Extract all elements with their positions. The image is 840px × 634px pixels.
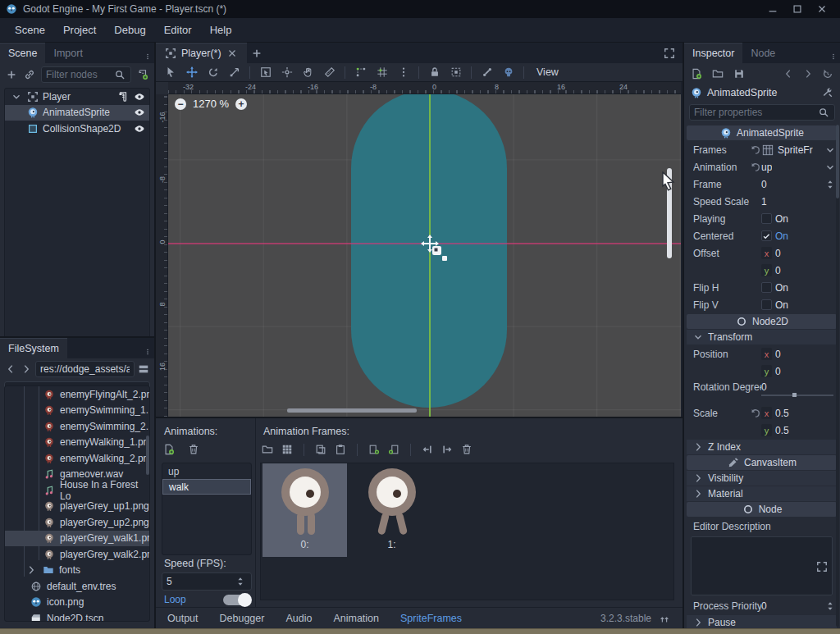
property-frame[interactable]: Frame0 xyxy=(687,176,837,193)
chev-right-icon[interactable] xyxy=(25,563,38,577)
split-view-icon[interactable] xyxy=(137,363,150,376)
zoom-out-button[interactable]: − xyxy=(175,98,186,110)
eye-icon[interactable] xyxy=(133,106,146,119)
zoom-level[interactable]: 1270 % xyxy=(193,98,229,110)
group-material[interactable]: Material xyxy=(687,486,837,501)
checkbox[interactable] xyxy=(761,213,772,224)
property-centered[interactable]: CenteredOn xyxy=(687,227,837,244)
attach-script-icon[interactable] xyxy=(136,68,149,81)
file-icon-png[interactable]: icon.png xyxy=(5,595,149,611)
inspector-menu-icon[interactable] xyxy=(827,50,840,63)
property-speed-scale[interactable]: Speed Scale1 xyxy=(687,193,837,210)
menu-scene[interactable]: Scene xyxy=(7,18,53,42)
nav-back-icon[interactable] xyxy=(4,363,17,376)
property-offset[interactable]: Offsetx0 xyxy=(687,244,837,262)
tab-node[interactable]: Node xyxy=(742,43,783,63)
new-scene-tab-icon[interactable] xyxy=(250,47,263,60)
win-min-icon[interactable] xyxy=(766,2,779,16)
stepper-icon[interactable] xyxy=(824,178,837,191)
category-animatedsprite[interactable]: AnimatedSprite xyxy=(687,125,837,140)
property-position[interactable]: Positionx0 xyxy=(687,345,837,363)
tool-lock[interactable] xyxy=(425,64,444,80)
property-row[interactable]: y0.5 xyxy=(687,422,837,439)
file-default-env-tres[interactable]: default_env.tres xyxy=(5,578,149,595)
canvas-2d[interactable]: − 1270 % + xyxy=(168,94,681,417)
tree-node-collisionshape2d[interactable]: CollisionShape2D xyxy=(5,121,149,137)
tool-dots-v[interactable] xyxy=(394,64,413,80)
frame-tile-1[interactable]: 1: xyxy=(349,463,434,557)
tab-filesystem[interactable]: FileSystem xyxy=(0,338,67,358)
tool-select[interactable] xyxy=(161,64,180,80)
checkbox[interactable] xyxy=(761,230,772,241)
tab-import[interactable]: Import xyxy=(45,43,90,63)
file-enemyswimming-1-[interactable]: enemySwimming_1. xyxy=(5,403,149,419)
path-field[interactable] xyxy=(35,361,135,377)
add-after-icon[interactable] xyxy=(387,443,400,456)
animation-up[interactable]: up xyxy=(162,463,251,479)
win-close-icon[interactable] xyxy=(815,2,829,16)
trash-icon[interactable] xyxy=(187,443,200,456)
file-enemywalking-1-pn[interactable]: enemyWalking_1.pn xyxy=(5,435,149,451)
nav-forward-icon[interactable] xyxy=(20,363,33,376)
file-playergrey-walk1-pn[interactable]: playerGrey_walk1.pn xyxy=(5,531,149,547)
checkbox[interactable] xyxy=(761,282,772,293)
tool-skeleton-options[interactable] xyxy=(499,64,518,80)
file-enemywalking-2-pn[interactable]: enemyWalking_2.pn xyxy=(5,450,149,467)
win-max-icon[interactable] xyxy=(791,2,804,16)
bottom-tab-audio[interactable]: Audio xyxy=(285,613,312,624)
move-left-icon[interactable] xyxy=(421,443,434,456)
tree-node-player[interactable]: Player xyxy=(5,89,149,105)
scene-dock-menu-icon[interactable] xyxy=(141,50,154,63)
tool-move[interactable] xyxy=(182,64,201,80)
filter-nodes-input[interactable] xyxy=(41,66,131,83)
property-process-priority[interactable]: Process Priority0 xyxy=(687,597,837,614)
tab-scene[interactable]: Scene xyxy=(0,43,45,63)
paste-icon[interactable] xyxy=(334,443,347,456)
zoom-in-button[interactable]: + xyxy=(235,98,247,110)
tool-pivot[interactable] xyxy=(277,64,296,80)
instance-scene-icon[interactable] xyxy=(23,68,36,81)
chev-down-icon[interactable] xyxy=(10,90,23,103)
bottom-tab-animation[interactable]: Animation xyxy=(333,613,379,624)
menu-editor[interactable]: Editor xyxy=(156,18,200,42)
loop-toggle[interactable] xyxy=(223,595,251,605)
speed-fps-input[interactable] xyxy=(162,572,252,591)
stepper-icon[interactable] xyxy=(234,575,247,588)
tool-grid-snap[interactable] xyxy=(372,64,391,80)
animation-walk[interactable]: walk xyxy=(162,479,251,495)
tool-bone[interactable] xyxy=(477,64,496,80)
bottom-tab-output[interactable]: Output xyxy=(167,613,199,624)
property-frames[interactable]: FramesSpriteFr xyxy=(687,141,837,158)
file-enemyswimming-2-[interactable]: enemySwimming_2. xyxy=(5,418,149,435)
expand-icon[interactable] xyxy=(815,560,829,573)
menu-project[interactable]: Project xyxy=(55,18,104,42)
file-node2d-tscn[interactable]: Node2D.tscn xyxy=(5,610,149,622)
file-playergrey-up2-png[interactable]: playerGrey_up2.png xyxy=(5,514,149,531)
tool-rotate[interactable] xyxy=(203,64,222,80)
move-gizmo[interactable] xyxy=(418,232,451,265)
history-icon[interactable] xyxy=(821,67,834,80)
frame-tile-0[interactable]: 0: xyxy=(262,463,347,557)
property-rotation-degree[interactable]: Rotation Degree0 xyxy=(687,380,837,404)
add-node-icon[interactable] xyxy=(5,68,18,81)
category-node[interactable]: Node xyxy=(687,502,837,517)
property-animation[interactable]: Animationup xyxy=(687,158,837,176)
menu-debug[interactable]: Debug xyxy=(106,18,153,42)
distraction-free-icon[interactable] xyxy=(663,47,676,60)
add-before-icon[interactable] xyxy=(368,443,381,456)
revert-icon[interactable] xyxy=(750,161,761,174)
file-house-in-a-forest-lo[interactable]: House In a Forest Lo xyxy=(5,482,149,499)
script-icon[interactable] xyxy=(116,90,130,103)
group-z-index[interactable]: Z Index xyxy=(687,440,837,454)
property-scale[interactable]: Scalex0.5 xyxy=(687,404,837,422)
eye-icon[interactable] xyxy=(133,122,146,135)
new-res-icon[interactable] xyxy=(690,67,703,80)
close-tab-icon[interactable] xyxy=(226,47,239,60)
group-visibility[interactable]: Visibility xyxy=(687,471,837,486)
stepper-icon[interactable] xyxy=(824,600,837,613)
menu-help[interactable]: Help xyxy=(202,18,240,42)
tool-ruler-tool[interactable] xyxy=(320,64,339,80)
copy-icon[interactable] xyxy=(314,443,327,456)
new-res-icon[interactable] xyxy=(162,443,176,456)
vertical-scrollbar[interactable] xyxy=(667,168,672,258)
